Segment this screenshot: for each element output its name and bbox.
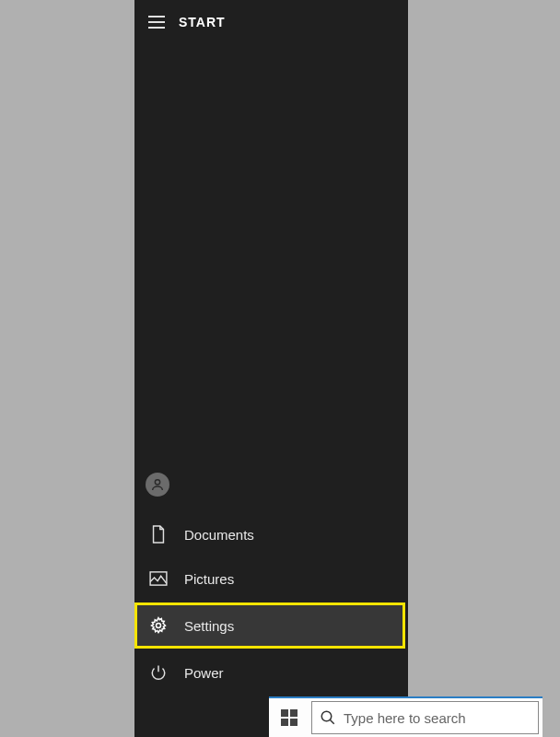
svg-rect-5 <box>281 719 288 726</box>
svg-line-8 <box>330 719 334 724</box>
svg-point-0 <box>155 480 159 485</box>
documents-label: Documents <box>184 527 254 543</box>
start-menu-spacer <box>134 44 408 462</box>
search-box[interactable] <box>311 701 539 734</box>
power-icon <box>146 660 171 685</box>
pictures-label: Pictures <box>184 571 234 587</box>
user-icon <box>146 473 169 497</box>
search-icon <box>320 709 336 726</box>
power-button[interactable]: Power <box>134 650 408 695</box>
search-input[interactable] <box>344 710 531 726</box>
svg-rect-3 <box>281 709 288 717</box>
document-icon <box>146 521 171 547</box>
hamburger-button[interactable] <box>144 9 169 35</box>
pictures-icon <box>146 566 171 591</box>
start-header: START <box>134 0 408 44</box>
account-button[interactable] <box>134 462 408 507</box>
windows-icon <box>281 709 298 726</box>
start-menu: START Documents Pictures <box>134 0 408 737</box>
gear-icon <box>146 613 171 638</box>
svg-rect-6 <box>290 719 298 726</box>
start-button[interactable] <box>269 697 309 737</box>
taskbar <box>269 696 542 737</box>
documents-button[interactable]: Documents <box>134 512 408 556</box>
svg-rect-4 <box>290 709 298 717</box>
settings-label: Settings <box>184 618 234 634</box>
svg-point-7 <box>321 711 332 721</box>
start-title: START <box>179 15 226 29</box>
svg-point-2 <box>157 624 161 628</box>
pictures-button[interactable]: Pictures <box>134 556 408 601</box>
power-label: Power <box>184 665 224 681</box>
settings-button[interactable]: Settings <box>134 602 405 649</box>
